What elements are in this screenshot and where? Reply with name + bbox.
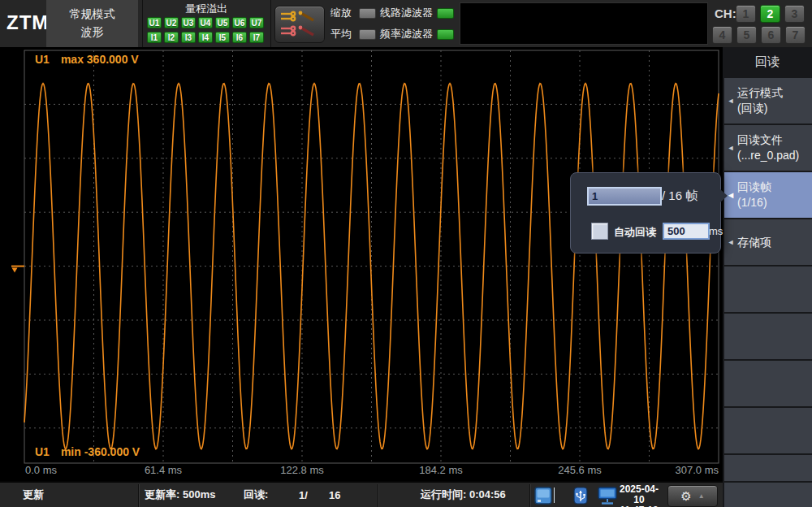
range-u1-indicator: U1: [147, 17, 162, 28]
sidebar-item-empty-1: [724, 266, 812, 312]
time-tick-label: 0.0 ms: [25, 464, 57, 476]
sidebar-item-readback-file[interactable]: ◄回读文件(...re_0.pad): [724, 125, 812, 171]
top-bar: ZTMI 常规模式 波形 量程溢出 U1U2U3U4U5U6U7 I1I2I3I…: [0, 0, 812, 49]
readback-total: 16: [329, 483, 340, 507]
range-i3-indicator: I3: [181, 32, 196, 43]
zoom-label: 缩放: [330, 6, 355, 20]
sidebar-menu: 回读 ◄运行模式(回读)◄回读文件(...re_0.pad)◄回读帧(1/16)…: [723, 47, 812, 507]
divider: [378, 484, 379, 507]
frame-number-input[interactable]: [587, 187, 662, 206]
channel-selector: CH: 123 4567: [711, 0, 812, 47]
datetime-display: 2025-04-10 11:47:19: [615, 484, 663, 507]
ch-button-7[interactable]: 7: [785, 26, 806, 44]
ch-button-3[interactable]: 3: [784, 5, 805, 23]
usb-icon: [573, 487, 588, 505]
filter-indicators: 缩放 线路滤波器 平均 频率滤波器: [330, 5, 454, 42]
power-analyzer-screen: ZTMI 常规模式 波形 量程溢出 U1U2U3U4U5U6U7 I1I2I3I…: [0, 0, 812, 507]
sidebar-title: 回读: [723, 47, 812, 76]
mode-indicator: 常规模式 波形: [46, 0, 138, 47]
sidebar-item-empty-6: [724, 483, 812, 507]
wiring-mode-button[interactable]: [274, 6, 325, 43]
min-value-label: U1 min -360.000 V: [35, 445, 140, 458]
range-i4-indicator: I4: [198, 32, 213, 43]
gear-icon: ⚙: [680, 490, 691, 502]
ch-button-4[interactable]: 4: [712, 26, 732, 44]
range-u7-indicator: U7: [249, 17, 264, 28]
channel-name: U1: [35, 445, 50, 458]
interval-unit-label: ms: [709, 225, 723, 237]
storage-icon: [534, 487, 552, 505]
sidebar-item-label: 回读帧(1/16): [737, 180, 771, 210]
date: 2025-04-10: [615, 484, 663, 505]
sidebar-item-storage-item[interactable]: ◄存储项: [724, 219, 812, 265]
popup-tail: [720, 189, 728, 202]
time-tick-label: 61.4 ms: [145, 464, 182, 476]
mode-line1: 常规模式: [70, 7, 115, 22]
range-u3-indicator: U3: [181, 17, 196, 28]
time-tick-label: 245.6 ms: [558, 464, 601, 476]
avg-indicator: [359, 29, 376, 40]
ch-button-6[interactable]: 6: [761, 26, 781, 44]
settings-button[interactable]: ⚙ ▲: [667, 485, 718, 507]
zero-marker-icon: [12, 268, 18, 273]
status-bar: 更新 更新率: 500ms 回读: 1/ 16 运行时间: 0:04:56 37…: [0, 481, 723, 507]
time-tick-label: 122.8 ms: [280, 464, 323, 476]
freq-filter-indicator: [437, 29, 454, 40]
ch-label: CH:: [715, 6, 736, 20]
filter-row-2: 平均 频率滤波器: [330, 26, 454, 42]
range-i5-indicator: I5: [215, 32, 230, 43]
ch-row-2: 4567: [712, 26, 806, 44]
ch-button-5[interactable]: 5: [736, 26, 757, 44]
sidebar-item-label: 回读文件(...re_0.pad): [737, 133, 799, 162]
wiring-icon: [275, 6, 322, 41]
left-arrow-icon: ◄: [724, 144, 737, 152]
divider: [138, 484, 140, 507]
sidebar-item-run-mode[interactable]: ◄运行模式(回读): [724, 78, 812, 124]
readback-label: 回读:: [244, 483, 268, 507]
divider: [270, 0, 271, 47]
network-monitor-icon: [598, 487, 617, 505]
sidebar-item-empty-5: [724, 455, 812, 481]
message-display: [460, 2, 708, 45]
sidebar-item-readback-frame[interactable]: ◄回读帧(1/16): [724, 172, 812, 218]
readback-current: 1/: [299, 483, 308, 507]
freq-filter-label: 频率滤波器: [380, 27, 433, 41]
range-i6-indicator: I6: [232, 32, 247, 43]
auto-readback-label: 自动回读: [614, 225, 656, 240]
time-tick-label: 184.2 ms: [419, 464, 462, 476]
max-value-label: U1 max 360.000 V: [35, 53, 139, 66]
mode-line2: 波形: [81, 25, 104, 40]
storage-divider: [554, 488, 555, 503]
runtime: 运行时间: 0:04:56: [421, 483, 506, 507]
update-rate: 更新率: 500ms: [145, 483, 215, 507]
max-value: max 360.000 V: [61, 53, 139, 66]
range-u6-indicator: U6: [232, 17, 247, 28]
ch-button-1[interactable]: 1: [736, 5, 756, 23]
zoom-indicator: [359, 8, 376, 19]
ch-row-1: 123: [736, 5, 805, 23]
min-value: min -360.000 V: [61, 445, 140, 458]
range-u4-indicator: U4: [198, 17, 213, 28]
divider: [529, 484, 531, 507]
auto-readback-checkbox[interactable]: [591, 223, 608, 240]
range-i2-indicator: I2: [164, 32, 179, 43]
sidebar-item-empty-3: [724, 361, 812, 406]
range-i7-indicator: I7: [249, 32, 264, 43]
left-arrow-icon: ◄: [724, 97, 737, 105]
range-overflow-title: 量程溢出: [143, 2, 270, 16]
i-row: I1I2I3I4I5I6I7: [147, 32, 264, 43]
range-u5-indicator: U5: [215, 17, 230, 28]
range-u2-indicator: U2: [164, 17, 179, 28]
sidebar-item-label: 运行模式(回读): [737, 86, 783, 115]
line-filter-label: 线路滤波器: [380, 6, 433, 20]
sidebar-item-empty-2: [724, 314, 812, 359]
u-row: U1U2U3U4U5U6U7: [147, 17, 264, 28]
filter-row-1: 缩放 线路滤波器: [330, 5, 454, 21]
frame-total-label: / 16 帧: [662, 188, 698, 204]
ch-button-2[interactable]: 2: [760, 5, 780, 23]
time-tick-label: 307.0 ms: [676, 464, 719, 476]
channel-name: U1: [35, 53, 50, 66]
waveform-area: U1 max 360.000 V U1 min -360.000 V 0.0 m…: [0, 47, 723, 481]
range-overflow-panel: 量程溢出 U1U2U3U4U5U6U7 I1I2I3I4I5I6I7: [143, 0, 270, 47]
interval-input[interactable]: [663, 223, 710, 240]
